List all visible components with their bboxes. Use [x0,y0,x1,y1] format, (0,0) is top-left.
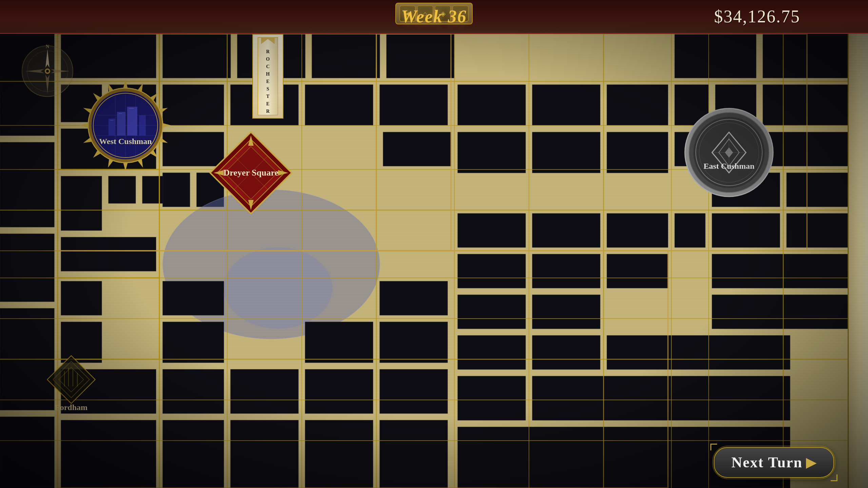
svg-rect-155 [139,115,146,136]
svg-rect-6 [61,34,156,78]
svg-rect-154 [127,107,137,136]
svg-rect-32 [532,132,600,173]
svg-rect-33 [607,132,668,173]
svg-rect-181 [47,355,95,403]
next-turn-label: Next Turn [731,454,803,471]
svg-rect-71 [458,295,526,329]
svg-rect-2 [0,142,54,227]
rochester-banner[interactable]: R O C H E S T E R [252,34,283,119]
svg-rect-67 [607,214,668,247]
svg-rect-17 [387,34,454,78]
svg-rect-10 [61,176,102,230]
svg-text:West Cushman: West Cushman [99,137,152,146]
svg-rect-11 [108,176,136,203]
svg-rect-34 [675,34,756,78]
svg-rect-27 [383,132,451,166]
svg-rect-77 [532,376,790,420]
week-display: Week 36 [401,6,467,26]
svg-rect-66 [532,214,600,247]
svg-rect-152 [108,119,115,136]
svg-rect-54 [163,369,224,413]
svg-rect-46 [712,254,848,288]
svg-rect-43 [712,214,780,247]
svg-rect-14 [163,34,231,78]
svg-rect-57 [231,420,298,488]
svg-rect-42 [787,173,848,207]
svg-text:East Cushman: East Cushman [704,162,754,170]
svg-rect-55 [163,420,224,488]
fordham-district[interactable]: Fordham [37,346,105,420]
svg-text:N: N [46,44,49,49]
svg-rect-52 [163,281,224,315]
svg-text:O: O [265,57,271,64]
button-corner-br [831,474,837,481]
svg-rect-76 [458,376,526,420]
svg-point-114 [46,70,49,73]
svg-rect-64 [380,420,448,488]
svg-rect-31 [458,132,526,173]
svg-text:T: T [265,94,271,101]
svg-rect-20 [163,173,190,207]
svg-rect-35 [763,34,848,78]
svg-rect-45 [675,214,705,247]
svg-rect-47 [712,295,848,329]
map-edge-right [848,34,868,488]
svg-rect-60 [305,420,373,488]
button-corner-tl [710,444,717,450]
svg-text:C: C [265,64,271,71]
game-container: N ◄ ⌂ ◈ ? Week 36 $34,126.75 [0,0,868,488]
svg-text:H: H [265,72,271,79]
svg-rect-53 [163,322,224,363]
svg-rect-48 [61,281,102,315]
svg-rect-73 [458,336,526,369]
next-turn-arrow-icon: ▶ [806,455,816,470]
svg-rect-58 [305,322,373,363]
svg-rect-75 [607,336,790,369]
svg-rect-24 [380,85,448,125]
svg-rect-59 [305,369,373,413]
svg-rect-68 [458,254,526,288]
svg-rect-70 [607,254,668,288]
svg-rect-51 [61,420,156,488]
svg-rect-13 [61,237,156,271]
money-display: $34,126.75 [714,6,800,26]
svg-rect-5 [0,417,54,488]
svg-rect-29 [532,85,600,125]
svg-rect-72 [532,295,600,329]
svg-rect-23 [305,85,373,125]
svg-rect-61 [380,281,448,315]
next-turn-button[interactable]: Next Turn ▶ [714,447,834,478]
svg-text:Dreyer Square: Dreyer Square [223,168,279,178]
svg-rect-74 [532,336,600,369]
svg-rect-16 [312,34,380,78]
rochester-label: R O C H E S T E R [252,34,283,119]
west-cushman-district[interactable]: West Cushman [78,78,173,173]
east-cushman-district[interactable]: East Cushman [682,105,776,200]
top-bar: ◄ ⌂ ◈ ? Week 36 $34,126.75 [0,0,868,34]
svg-rect-153 [117,112,125,136]
compass: N [20,44,75,98]
svg-point-26 [224,247,332,329]
svg-rect-56 [231,369,298,413]
svg-text:E: E [265,101,271,108]
svg-rect-69 [532,254,600,288]
dreyer-square-district[interactable]: Dreyer Square [193,115,309,230]
svg-rect-63 [380,369,448,413]
svg-text:E: E [265,79,271,86]
svg-text:S: S [265,86,271,94]
svg-rect-44 [787,214,848,247]
svg-rect-62 [380,322,448,363]
svg-text:R: R [265,109,271,116]
svg-rect-28 [458,85,526,125]
svg-rect-65 [458,214,526,247]
svg-rect-30 [607,85,668,125]
svg-text:Fordham: Fordham [55,403,87,412]
svg-text:R: R [265,49,271,56]
svg-rect-3 [0,234,54,302]
